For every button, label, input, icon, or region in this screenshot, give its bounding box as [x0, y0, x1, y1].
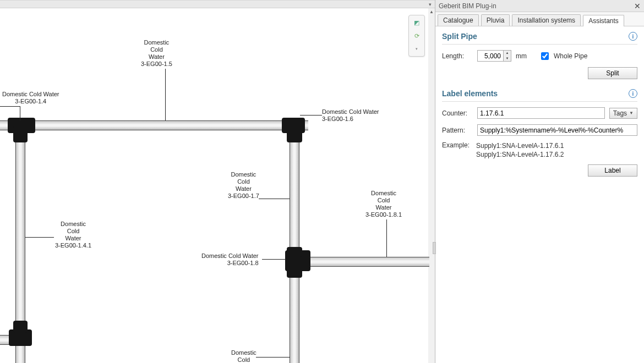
- pipe-label: Domestic Cold Water 3-EG00-1.4.1: [55, 221, 91, 249]
- split-pipe-heading: Split Pipe: [442, 32, 477, 41]
- pipe-fitting-tee[interactable]: [13, 126, 28, 142]
- leader-line: [165, 69, 166, 120]
- example-block: Example: Supply1:SNA-LevelA-1.17.6.1 Sup…: [442, 141, 637, 159]
- pipe-segment[interactable]: [0, 120, 308, 130]
- leader-line: [0, 106, 20, 107]
- drawing-canvas[interactable]: ▾ ◩ ⟳ ▾ ▲ Domestic Cold Water 3-EG00-1.4…: [0, 0, 435, 363]
- section-title-split-pipe: Split Pipe i: [442, 32, 637, 41]
- pipe-label: Domestic Cold Water 3-EG00-1.5: [141, 39, 172, 68]
- leader-line: [386, 219, 387, 257]
- tab-assistants[interactable]: Assistants: [583, 15, 624, 26]
- panel-header: Geberit BIM Plug-in ✕: [435, 0, 644, 12]
- chevron-down-icon: ▼: [629, 111, 634, 116]
- length-unit: mm: [516, 52, 527, 60]
- scroll-up-icon[interactable]: ▲: [428, 8, 435, 16]
- tags-button-label: Tags: [613, 109, 627, 117]
- info-icon[interactable]: i: [629, 89, 637, 98]
- tab-bar: Catalogue Pluvia Installation systems As…: [435, 12, 644, 26]
- pipe-label: Domestic Cold Water 3-EG00-1.8.1: [365, 190, 402, 218]
- counter-label: Counter:: [442, 109, 473, 117]
- tab-installation-systems[interactable]: Installation systems: [512, 14, 581, 26]
- pipe-fitting-elbow[interactable]: [13, 321, 28, 333]
- plugin-panel: Geberit BIM Plug-in ✕ Catalogue Pluvia I…: [435, 0, 644, 363]
- label-elements-heading: Label elements: [442, 89, 498, 98]
- leader-line: [20, 106, 20, 120]
- whole-pipe-label: Whole Pipe: [554, 52, 587, 60]
- leader-line: [256, 357, 290, 358]
- divider: [442, 101, 637, 102]
- pipe-label: Domestic Cold Water 3-EG00-1.4: [2, 91, 59, 105]
- tab-pluvia[interactable]: Pluvia: [481, 14, 510, 26]
- leader-line: [262, 259, 286, 260]
- counter-input[interactable]: [477, 107, 605, 119]
- example-line: Supply1:SNA-LevelA-1.17.6.1: [476, 141, 564, 150]
- pipe-label: Domestic Cold: [231, 349, 256, 363]
- divider: [442, 44, 637, 45]
- viewcube-icon[interactable]: ◩: [412, 18, 422, 28]
- options-dropdown-icon[interactable]: ▾: [429, 2, 432, 7]
- counter-row: Counter: Tags ▼: [442, 107, 637, 119]
- pipe-label: Domestic Cold Water 3-EG00-1.8: [201, 252, 259, 267]
- panel-body: Split Pipe i Length: ▲ ▼ mm Whole Pipe S…: [435, 26, 644, 363]
- info-icon[interactable]: i: [629, 32, 637, 41]
- pipe-fitting-tee[interactable]: [287, 247, 302, 257]
- steering-wheel-icon[interactable]: ⟳: [412, 31, 422, 41]
- length-spinner[interactable]: ▲ ▼: [477, 50, 511, 62]
- view-navigation-widget[interactable]: ◩ ⟳ ▾: [408, 15, 425, 57]
- whole-pipe-checkbox[interactable]: [541, 52, 549, 60]
- canvas-titlebar: ▾: [0, 1, 435, 8]
- spinner-down-icon[interactable]: ▼: [504, 56, 511, 62]
- pattern-input[interactable]: [477, 124, 637, 136]
- leader-line: [25, 237, 54, 238]
- pattern-row: Pattern:: [442, 124, 637, 136]
- view-caret-icon[interactable]: ▾: [412, 44, 422, 54]
- pipe-fitting-elbow[interactable]: [287, 126, 302, 142]
- leader-line: [259, 199, 290, 199]
- tab-catalogue[interactable]: Catalogue: [438, 14, 479, 26]
- example-label: Example:: [442, 141, 473, 159]
- tags-dropdown-button[interactable]: Tags ▼: [609, 108, 637, 119]
- label-button[interactable]: Label: [588, 164, 637, 177]
- panel-splitter-handle[interactable]: [433, 242, 436, 254]
- pipe-label: Domestic Cold Water 3-EG00-1.7: [228, 171, 259, 200]
- section-title-label-elements: Label elements i: [442, 89, 637, 98]
- split-button[interactable]: Split: [588, 67, 637, 79]
- example-line: Supply1:SNA-LevelA-1.17.6.2: [476, 150, 564, 159]
- panel-title: Geberit BIM Plug-in: [439, 2, 634, 10]
- leader-line: [300, 115, 322, 116]
- vertical-scrollbar[interactable]: ▲: [428, 8, 435, 363]
- close-icon[interactable]: ✕: [634, 2, 641, 10]
- spinner-up-icon[interactable]: ▲: [504, 51, 511, 56]
- pipe-fitting-tee[interactable]: [287, 268, 302, 278]
- pipe-segment[interactable]: [299, 257, 429, 267]
- length-label: Length:: [442, 52, 473, 60]
- length-row: Length: ▲ ▼ mm Whole Pipe: [442, 50, 637, 62]
- pattern-label: Pattern:: [442, 127, 473, 134]
- pipe-label: Domestic Cold Water 3-EG00-1.6: [322, 108, 379, 123]
- length-input[interactable]: [478, 51, 503, 61]
